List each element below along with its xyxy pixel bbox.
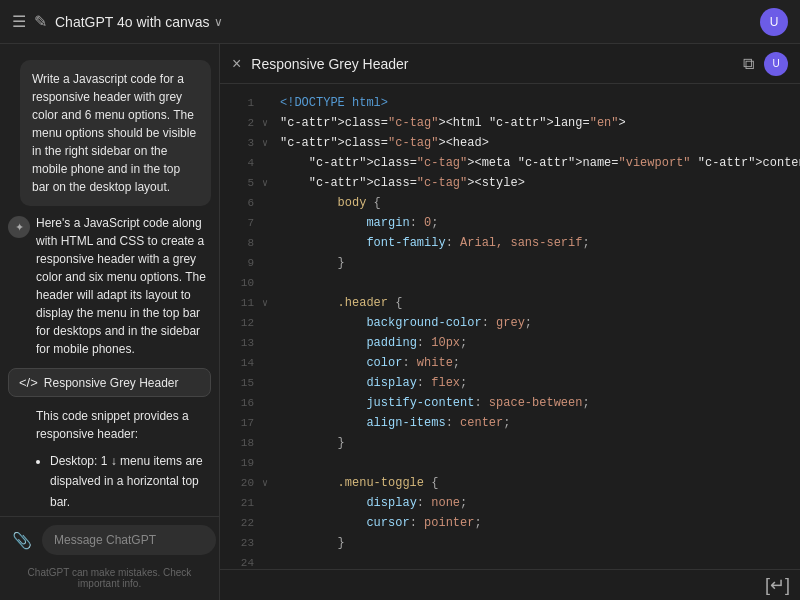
line-collapse-icon xyxy=(262,234,276,236)
code-line: 22 cursor: pointer; xyxy=(220,514,800,534)
line-content xyxy=(280,274,790,293)
code-line: 21 display: none; xyxy=(220,494,800,514)
line-collapse-icon xyxy=(262,414,276,416)
line-collapse-icon xyxy=(262,454,276,456)
line-content: display: none; xyxy=(280,494,790,513)
line-number: 16 xyxy=(230,394,254,413)
user-message: Write a Javascript code for a responsive… xyxy=(20,60,211,206)
code-line: 16 justify-content: space-between; xyxy=(220,394,800,414)
code-line: 15 display: flex; xyxy=(220,374,800,394)
line-collapse-icon xyxy=(262,274,276,276)
line-collapse-icon xyxy=(262,494,276,496)
line-content: padding: 10px; xyxy=(280,334,790,353)
line-content: "c-attr">class="c-tag"><html "c-attr">la… xyxy=(280,114,790,133)
line-number: 17 xyxy=(230,414,254,433)
line-content: } xyxy=(280,534,790,553)
line-collapse-icon[interactable]: ∨ xyxy=(262,174,276,192)
editor-header: × Responsive Grey Header ⧉ U xyxy=(220,44,800,84)
line-content: margin: 0; xyxy=(280,214,790,233)
ai-followup-text: This code snippet provides a responsive … xyxy=(0,403,219,447)
message-input[interactable] xyxy=(42,525,216,555)
code-line: 2∨"c-attr">class="c-tag"><html "c-attr">… xyxy=(220,114,800,134)
main-layout: Write a Javascript code for a responsive… xyxy=(0,44,800,600)
code-line: 24 xyxy=(220,554,800,569)
line-number: 2 xyxy=(230,114,254,133)
user-message-text: Write a Javascript code for a responsive… xyxy=(32,72,196,194)
app-title-text: ChatGPT 4o with canvas xyxy=(55,14,210,30)
line-collapse-icon xyxy=(262,94,276,96)
code-line: 3∨"c-attr">class="c-tag"><head> xyxy=(220,134,800,154)
line-number: 5 xyxy=(230,174,254,193)
code-line: 4 "c-attr">class="c-tag"><meta "c-attr">… xyxy=(220,154,800,174)
copy-button[interactable]: ⧉ xyxy=(741,53,756,75)
line-content: background-color: grey; xyxy=(280,314,790,333)
line-number: 15 xyxy=(230,374,254,393)
code-line: 20∨ .menu-toggle { xyxy=(220,474,800,494)
code-line: 12 background-color: grey; xyxy=(220,314,800,334)
line-collapse-icon xyxy=(262,194,276,196)
user-avatar[interactable]: U xyxy=(760,8,788,36)
line-content xyxy=(280,454,790,473)
editor-footer: [↵] xyxy=(220,569,800,600)
bracket-button[interactable]: [↵] xyxy=(765,574,790,596)
code-line: 5∨ "c-attr">class="c-tag"><style> xyxy=(220,174,800,194)
line-number: 14 xyxy=(230,354,254,373)
line-collapse-icon[interactable]: ∨ xyxy=(262,294,276,312)
line-content: <!DOCTYPE html> xyxy=(280,94,790,113)
line-content: align-items: center; xyxy=(280,414,790,433)
sidebar-toggle-icon[interactable]: ☰ xyxy=(12,12,26,31)
line-number: 3 xyxy=(230,134,254,153)
line-collapse-icon xyxy=(262,534,276,536)
app-title: ChatGPT 4o with canvas ∨ xyxy=(55,14,223,30)
editor-close-button[interactable]: × xyxy=(232,55,241,73)
line-number: 24 xyxy=(230,554,254,569)
canvas-button-label: Responsive Grey Header xyxy=(44,376,179,390)
title-chevron-icon[interactable]: ∨ xyxy=(214,15,223,29)
line-number: 12 xyxy=(230,314,254,333)
line-collapse-icon xyxy=(262,354,276,356)
edit-icon[interactable]: ✎ xyxy=(34,12,47,31)
line-collapse-icon xyxy=(262,514,276,516)
line-content: } xyxy=(280,434,790,453)
editor-avatar: U xyxy=(764,52,788,76)
line-content xyxy=(280,554,790,569)
line-number: 19 xyxy=(230,454,254,473)
line-collapse-icon[interactable]: ∨ xyxy=(262,114,276,132)
disclaimer-text: ChatGPT can make mistakes. Check importa… xyxy=(0,563,219,593)
line-collapse-icon xyxy=(262,214,276,216)
line-content: body { xyxy=(280,194,790,213)
code-line: 18 } xyxy=(220,434,800,454)
code-area[interactable]: 1 <!DOCTYPE html>2∨"c-attr">class="c-tag… xyxy=(220,84,800,569)
code-line: 6 body { xyxy=(220,194,800,214)
code-line: 13 padding: 10px; xyxy=(220,334,800,354)
line-number: 22 xyxy=(230,514,254,533)
line-collapse-icon xyxy=(262,434,276,436)
attach-button[interactable]: 📎 xyxy=(8,527,36,554)
code-line: 10 xyxy=(220,274,800,294)
line-content: display: flex; xyxy=(280,374,790,393)
line-collapse-icon xyxy=(262,314,276,316)
line-content: .header { xyxy=(280,294,790,313)
code-editor-panel: × Responsive Grey Header ⧉ U 1 <!DOCTYPE… xyxy=(220,44,800,600)
code-line: 11∨ .header { xyxy=(220,294,800,314)
line-collapse-icon[interactable]: ∨ xyxy=(262,134,276,152)
canvas-button[interactable]: </> Responsive Grey Header xyxy=(8,368,211,397)
line-number: 9 xyxy=(230,254,254,273)
code-line: 8 font-family: Arial, sans-serif; xyxy=(220,234,800,254)
code-line: 23 } xyxy=(220,534,800,554)
top-bar-left: ☰ ✎ ChatGPT 4o with canvas ∨ xyxy=(12,12,223,31)
line-collapse-icon xyxy=(262,554,276,556)
line-collapse-icon xyxy=(262,334,276,336)
line-content: .menu-toggle { xyxy=(280,474,790,493)
editor-actions: ⧉ U xyxy=(741,52,788,76)
line-number: 7 xyxy=(230,214,254,233)
line-number: 10 xyxy=(230,274,254,293)
line-number: 23 xyxy=(230,534,254,553)
code-line: 14 color: white; xyxy=(220,354,800,374)
line-content: cursor: pointer; xyxy=(280,514,790,533)
line-content: "c-attr">class="c-tag"><meta "c-attr">na… xyxy=(280,154,800,173)
line-number: 11 xyxy=(230,294,254,313)
line-content: "c-attr">class="c-tag"><style> xyxy=(280,174,790,193)
line-content: color: white; xyxy=(280,354,790,373)
line-collapse-icon[interactable]: ∨ xyxy=(262,474,276,492)
